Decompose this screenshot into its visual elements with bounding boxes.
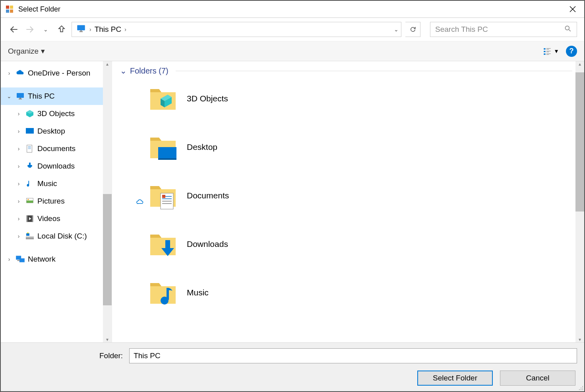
svg-rect-36: [32, 215, 33, 222]
svg-rect-49: [158, 158, 176, 160]
tree-label: Pictures: [37, 197, 65, 206]
scrollbar-thumb[interactable]: [103, 194, 112, 305]
dialog-footer: Folder: Select Folder Cancel: [1, 342, 584, 391]
tree-item-desktop[interactable]: › Desktop: [1, 122, 103, 140]
breadcrumb-separator: ›: [89, 26, 91, 33]
expander-icon[interactable]: ›: [15, 111, 22, 117]
close-button[interactable]: [563, 1, 583, 17]
tree-item-thispc[interactable]: ⌄ This PC: [1, 87, 103, 105]
svg-rect-43: [19, 258, 25, 262]
expander-icon[interactable]: ›: [6, 70, 13, 76]
scroll-down-icon[interactable]: ▾: [106, 337, 108, 342]
tree-item-network[interactable]: › Network: [1, 250, 103, 268]
svg-rect-22: [19, 98, 21, 99]
svg-rect-21: [19, 99, 22, 99]
tree-label: OneDrive - Person: [28, 69, 90, 78]
folder-name-input[interactable]: [129, 348, 577, 363]
tree-item-documents[interactable]: › Documents: [1, 140, 103, 157]
svg-rect-16: [546, 52, 549, 52]
svg-rect-19: [546, 54, 549, 54]
onedrive-icon: [15, 68, 25, 78]
up-button[interactable]: [56, 23, 68, 35]
sidebar-scrollbar[interactable]: ▴ ▾: [103, 61, 112, 342]
folder-icon: [148, 132, 178, 162]
search-box[interactable]: [430, 22, 577, 37]
folder-icon: [148, 83, 178, 114]
folder-icon: [148, 278, 178, 308]
title-bar: Select Folder: [1, 1, 584, 17]
expander-icon[interactable]: ›: [6, 256, 13, 262]
folder-documents[interactable]: Documents: [148, 180, 584, 211]
tree-item-downloads[interactable]: › Downloads: [1, 157, 103, 175]
breadcrumb-location[interactable]: This PC: [95, 25, 122, 34]
tree-item-onedrive[interactable]: › OneDrive - Person: [1, 64, 103, 82]
address-dropdown[interactable]: ⌄: [394, 26, 399, 33]
organize-label: Organize: [8, 47, 39, 56]
select-folder-dialog: Select Folder ⌄ › This PC › ⌄: [0, 0, 585, 392]
back-button[interactable]: [8, 23, 20, 35]
pc-icon: [15, 91, 25, 101]
music-icon: [25, 179, 35, 189]
tree-label: Music: [37, 179, 57, 188]
tree-label: Videos: [37, 214, 60, 223]
documents-icon: [25, 144, 35, 154]
content-scrollbar[interactable]: ▴ ▾: [575, 61, 584, 342]
tree-item-3d-objects[interactable]: › 3D Objects: [1, 105, 103, 122]
pictures-icon: [25, 196, 35, 206]
tree-item-pictures[interactable]: › Pictures: [1, 192, 103, 210]
window-title: Select Folder: [18, 5, 563, 14]
scroll-up-icon[interactable]: ▴: [106, 61, 108, 67]
folder-tree: › OneDrive - Person ⌄ This PC › 3D Objec…: [1, 61, 103, 342]
folders-section-header[interactable]: ⌄ Folders (7): [120, 66, 584, 76]
folder-music[interactable]: Music: [148, 278, 584, 308]
chevron-down-icon: ▾: [41, 47, 45, 56]
forward-button[interactable]: [24, 23, 36, 35]
tree-item-videos[interactable]: › Videos: [1, 210, 103, 227]
dialog-buttons: Select Folder Cancel: [8, 371, 577, 386]
desktop-icon: [25, 126, 35, 136]
select-folder-button[interactable]: Select Folder: [417, 371, 493, 386]
scroll-up-icon[interactable]: ▴: [579, 61, 581, 67]
svg-rect-11: [544, 48, 545, 49]
expander-icon[interactable]: ›: [15, 198, 22, 204]
chevron-down-icon: ▾: [555, 47, 558, 55]
refresh-button[interactable]: [405, 22, 420, 37]
svg-rect-8: [80, 30, 82, 31]
chevron-down-icon: ⌄: [120, 66, 127, 76]
expander-icon[interactable]: ›: [15, 128, 22, 134]
svg-point-60: [579, 389, 580, 390]
cancel-button[interactable]: Cancel: [500, 371, 575, 386]
expander-icon[interactable]: ›: [15, 233, 22, 239]
resize-grip[interactable]: [578, 385, 584, 391]
expander-icon[interactable]: ›: [15, 180, 22, 187]
folder-downloads[interactable]: Downloads: [148, 229, 584, 259]
section-divider: [176, 71, 572, 71]
scroll-down-icon[interactable]: ▾: [579, 337, 581, 342]
svg-rect-12: [546, 48, 551, 49]
svg-point-62: [582, 389, 583, 390]
folder-desktop[interactable]: Desktop: [148, 132, 584, 162]
network-icon: [15, 254, 25, 264]
recent-locations-button[interactable]: ⌄: [40, 23, 52, 35]
view-options-button[interactable]: ▾: [543, 47, 558, 56]
address-bar[interactable]: › This PC › ⌄: [72, 22, 401, 37]
help-button[interactable]: ?: [566, 46, 577, 57]
svg-rect-44: [17, 260, 20, 261]
folder-label: Music: [187, 288, 209, 297]
tree-item-local-disk[interactable]: › Local Disk (C:): [1, 227, 103, 245]
expander-icon[interactable]: ›: [15, 215, 22, 222]
navigation-pane: › OneDrive - Person ⌄ This PC › 3D Objec…: [1, 61, 112, 342]
expander-icon[interactable]: ›: [15, 163, 22, 169]
breadcrumb-separator[interactable]: ›: [124, 26, 126, 33]
search-input[interactable]: [435, 25, 564, 34]
organize-menu[interactable]: Organize ▾: [8, 47, 45, 56]
scrollbar-thumb[interactable]: [575, 72, 584, 212]
svg-rect-6: [77, 25, 85, 30]
expander-icon[interactable]: ›: [15, 146, 22, 152]
folder-3d-objects[interactable]: 3D Objects: [148, 83, 584, 114]
expander-icon[interactable]: ⌄: [6, 93, 13, 99]
svg-rect-55: [162, 195, 165, 198]
content-pane: ⌄ Folders (7) 3D Objects: [112, 61, 584, 342]
tree-label: This PC: [28, 92, 55, 101]
tree-item-music[interactable]: › Music: [1, 175, 103, 192]
